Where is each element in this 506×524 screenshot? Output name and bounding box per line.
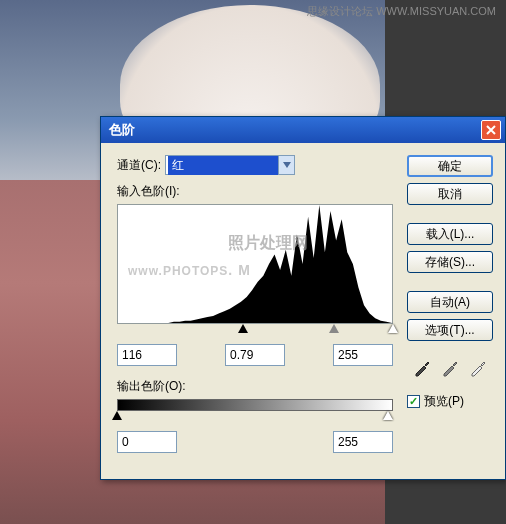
- save-button[interactable]: 存储(S)...: [407, 251, 493, 273]
- auto-button[interactable]: 自动(A): [407, 291, 493, 313]
- preview-label: 预览(P): [424, 393, 464, 410]
- output-high-input[interactable]: [333, 431, 393, 453]
- output-high-slider[interactable]: [383, 411, 393, 420]
- shadow-input[interactable]: [117, 344, 177, 366]
- titlebar[interactable]: 色阶: [101, 117, 505, 143]
- watermark-photops: www.PHOTOPS. M: [128, 251, 251, 282]
- output-levels-label: 输出色阶(O):: [117, 378, 397, 395]
- channel-value: 红: [168, 156, 278, 175]
- close-button[interactable]: [481, 120, 501, 140]
- close-icon: [486, 125, 496, 135]
- dialog-title: 色阶: [109, 121, 135, 139]
- channel-label: 通道(C):: [117, 157, 161, 174]
- channel-select[interactable]: 红: [165, 155, 295, 175]
- preview-checkbox[interactable]: ✓: [407, 395, 420, 408]
- eyedropper-white[interactable]: [467, 357, 489, 379]
- ok-button[interactable]: 确定: [407, 155, 493, 177]
- levels-dialog: 色阶 通道(C): 红 输入色阶(I): 照片处理网 www.PHOTOPS: [100, 116, 506, 480]
- gamma-slider[interactable]: [329, 324, 339, 333]
- highlight-input[interactable]: [333, 344, 393, 366]
- shadow-slider[interactable]: [238, 324, 248, 333]
- eyedropper-icon: [469, 359, 487, 377]
- eyedropper-gray[interactable]: [439, 357, 461, 379]
- output-low-input[interactable]: [117, 431, 177, 453]
- gamma-input[interactable]: [225, 344, 285, 366]
- histogram: 照片处理网 www.PHOTOPS. M: [117, 204, 393, 324]
- highlight-slider[interactable]: [388, 324, 398, 333]
- load-button[interactable]: 载入(L)...: [407, 223, 493, 245]
- eyedropper-icon: [413, 359, 431, 377]
- output-gradient: [117, 399, 393, 411]
- eyedropper-icon: [441, 359, 459, 377]
- chevron-down-icon: [278, 156, 294, 174]
- watermark-top: 思缘设计论坛 WWW.MISSYUAN.COM: [307, 4, 496, 19]
- options-button[interactable]: 选项(T)...: [407, 319, 493, 341]
- input-slider-track[interactable]: [117, 324, 393, 338]
- eyedropper-black[interactable]: [411, 357, 433, 379]
- output-low-slider[interactable]: [112, 411, 122, 420]
- output-slider-track[interactable]: [117, 411, 393, 425]
- input-levels-label: 输入色阶(I):: [117, 183, 397, 200]
- cancel-button[interactable]: 取消: [407, 183, 493, 205]
